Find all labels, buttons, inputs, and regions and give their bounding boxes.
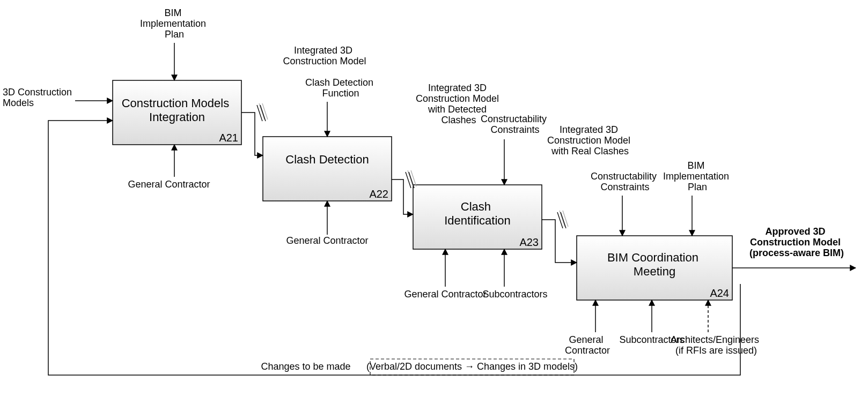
- split-a22-s1: [408, 170, 413, 186]
- split-a23-1: [557, 212, 563, 228]
- split-a21-shadow: [259, 103, 264, 119]
- label-changes: Changes to be made: [261, 361, 350, 372]
- label-bim-plan-a21: BIM Implementation Plan: [140, 8, 209, 40]
- box-a21-id: A21: [219, 132, 238, 144]
- split-a23-s1: [560, 211, 565, 227]
- label-sub-a23: Subcontractors: [482, 289, 547, 300]
- idef0-diagram: Construction Models Integration A21 Clas…: [0, 0, 868, 404]
- label-gc-a24: General Contractor: [565, 334, 610, 356]
- split-a23-2: [561, 212, 566, 228]
- label-output: Approved 3D Construction Model (process-…: [749, 226, 844, 258]
- label-cd-func: Clash Detection Function: [305, 77, 376, 99]
- label-arch-eng: Architects/Engineers (if RFIs are issued…: [671, 334, 762, 356]
- label-gc-a21: General Contractor: [128, 179, 210, 190]
- arrow-a21-a22: [241, 113, 263, 155]
- label-constraints-a24: Constructability Constraints: [591, 171, 659, 192]
- label-gc-a23: General Contractor: [404, 289, 486, 300]
- box-a24-id: A24: [710, 287, 729, 299]
- split-a21b: [260, 105, 266, 121]
- split-a22-1: [406, 172, 411, 188]
- split-a21-shadow2: [262, 103, 268, 119]
- box-a22-title: Clash Detection: [285, 153, 369, 166]
- arrow-a23-a24: [542, 220, 577, 263]
- box-a23-id: A23: [519, 236, 539, 248]
- split-a21: [257, 105, 262, 121]
- split-a22-s2: [411, 170, 416, 186]
- label-constraints-a23: Constructability Constraints: [481, 114, 549, 135]
- label-int-model: Integrated 3D Construction Model: [283, 45, 366, 66]
- label-int-model-real: Integrated 3D Construction Model with Re…: [547, 124, 633, 156]
- label-gc-a22: General Contractor: [286, 235, 368, 246]
- split-a22-2: [409, 172, 414, 188]
- label-changes-note: (Verbal/2D documents → Changes in 3D mod…: [366, 361, 578, 372]
- label-bim-plan-a24: BIM Implementation Plan: [663, 160, 732, 192]
- label-input-models: 3D Construction Models: [3, 87, 75, 108]
- split-a23-s2: [563, 211, 568, 227]
- box-a22-id: A22: [369, 188, 388, 200]
